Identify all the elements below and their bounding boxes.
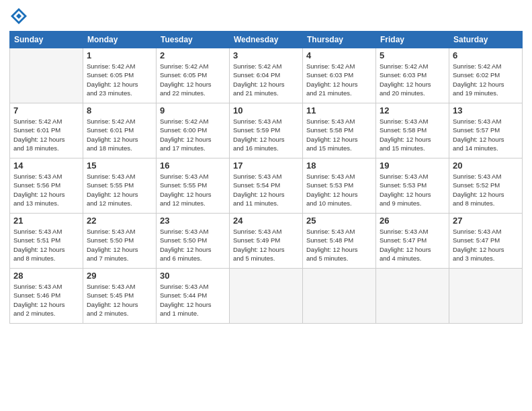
day-info: Sunrise: 5:43 AMSunset: 5:48 PMDaylight:… [306,227,372,263]
day-info: Sunrise: 5:43 AMSunset: 5:53 PMDaylight:… [380,172,445,208]
calendar-cell: 4Sunrise: 5:42 AMSunset: 6:03 PMDaylight… [303,48,376,103]
day-number: 19 [380,161,445,171]
day-number: 24 [233,216,299,226]
day-info: Sunrise: 5:43 AMSunset: 5:46 PMDaylight:… [13,282,79,318]
day-info: Sunrise: 5:43 AMSunset: 5:54 PMDaylight:… [233,172,299,208]
day-info: Sunrise: 5:43 AMSunset: 5:53 PMDaylight:… [306,172,372,208]
day-number: 13 [453,105,519,116]
day-info: Sunrise: 5:43 AMSunset: 5:59 PMDaylight:… [233,117,299,152]
day-number: 16 [160,161,226,171]
calendar-week-4: 21Sunrise: 5:43 AMSunset: 5:51 PMDayligh… [10,214,523,269]
day-info: Sunrise: 5:43 AMSunset: 5:55 PMDaylight:… [87,172,152,208]
day-number: 26 [380,216,445,226]
day-info: Sunrise: 5:43 AMSunset: 5:52 PMDaylight:… [453,172,519,208]
calendar-cell [230,269,303,324]
weekday-header-saturday: Saturday [449,32,523,48]
day-info: Sunrise: 5:43 AMSunset: 5:44 PMDaylight:… [160,282,226,318]
day-number: 5 [380,50,445,60]
calendar-week-5: 28Sunrise: 5:43 AMSunset: 5:46 PMDayligh… [10,269,523,324]
calendar-cell: 29Sunrise: 5:43 AMSunset: 5:45 PMDayligh… [83,269,157,324]
calendar-cell: 28Sunrise: 5:43 AMSunset: 5:46 PMDayligh… [10,269,83,324]
calendar-cell: 26Sunrise: 5:43 AMSunset: 5:47 PMDayligh… [376,214,449,269]
calendar-cell [303,269,376,324]
weekday-header-wednesday: Wednesday [230,32,303,48]
weekday-header-row: SundayMondayTuesdayWednesdayThursdayFrid… [10,32,523,48]
day-info: Sunrise: 5:43 AMSunset: 5:58 PMDaylight:… [380,117,445,152]
calendar-cell: 23Sunrise: 5:43 AMSunset: 5:50 PMDayligh… [157,214,230,269]
day-number: 21 [13,216,79,226]
day-info: Sunrise: 5:42 AMSunset: 6:05 PMDaylight:… [160,62,226,97]
weekday-header-monday: Monday [83,32,157,48]
calendar-cell [10,48,83,103]
day-info: Sunrise: 5:43 AMSunset: 5:56 PMDaylight:… [13,172,79,208]
day-number: 7 [13,105,79,116]
page: SundayMondayTuesdayWednesdayThursdayFrid… [0,0,532,411]
calendar-cell [449,269,523,324]
day-number: 28 [13,271,79,281]
calendar-week-2: 7Sunrise: 5:42 AMSunset: 6:01 PMDaylight… [10,103,523,158]
header [9,7,523,26]
day-info: Sunrise: 5:43 AMSunset: 5:49 PMDaylight:… [233,227,299,263]
calendar-cell: 9Sunrise: 5:42 AMSunset: 6:00 PMDaylight… [157,103,230,158]
day-info: Sunrise: 5:43 AMSunset: 5:50 PMDaylight:… [87,227,152,263]
day-number: 4 [306,50,372,60]
calendar-cell: 17Sunrise: 5:43 AMSunset: 5:54 PMDayligh… [230,158,303,214]
calendar-cell: 18Sunrise: 5:43 AMSunset: 5:53 PMDayligh… [303,158,376,214]
day-info: Sunrise: 5:42 AMSunset: 6:01 PMDaylight:… [13,117,79,152]
calendar-cell: 1Sunrise: 5:42 AMSunset: 6:05 PMDaylight… [83,48,157,103]
calendar-cell: 5Sunrise: 5:42 AMSunset: 6:03 PMDaylight… [376,48,449,103]
day-info: Sunrise: 5:43 AMSunset: 5:55 PMDaylight:… [160,172,226,208]
day-info: Sunrise: 5:42 AMSunset: 6:03 PMDaylight:… [380,62,445,97]
weekday-header-thursday: Thursday [303,32,376,48]
calendar-cell: 30Sunrise: 5:43 AMSunset: 5:44 PMDayligh… [157,269,230,324]
day-number: 18 [306,161,372,171]
calendar-cell: 13Sunrise: 5:43 AMSunset: 5:57 PMDayligh… [449,103,523,158]
calendar-cell: 16Sunrise: 5:43 AMSunset: 5:55 PMDayligh… [157,158,230,214]
day-number: 25 [306,216,372,226]
day-info: Sunrise: 5:42 AMSunset: 6:05 PMDaylight:… [87,62,152,97]
day-number: 6 [453,50,519,60]
day-info: Sunrise: 5:43 AMSunset: 5:47 PMDaylight:… [380,227,445,263]
calendar-cell: 19Sunrise: 5:43 AMSunset: 5:53 PMDayligh… [376,158,449,214]
weekday-header-friday: Friday [376,32,449,48]
day-info: Sunrise: 5:42 AMSunset: 6:03 PMDaylight:… [306,62,372,97]
calendar-cell: 12Sunrise: 5:43 AMSunset: 5:58 PMDayligh… [376,103,449,158]
day-number: 2 [160,50,226,60]
calendar-table: SundayMondayTuesdayWednesdayThursdayFrid… [9,31,523,324]
day-number: 8 [87,105,152,116]
day-number: 15 [87,161,152,171]
calendar-cell: 6Sunrise: 5:42 AMSunset: 6:02 PMDaylight… [449,48,523,103]
day-info: Sunrise: 5:42 AMSunset: 6:04 PMDaylight:… [233,62,299,97]
day-number: 11 [306,105,372,116]
calendar-cell: 11Sunrise: 5:43 AMSunset: 5:58 PMDayligh… [303,103,376,158]
day-info: Sunrise: 5:43 AMSunset: 5:47 PMDaylight:… [453,227,519,263]
day-info: Sunrise: 5:42 AMSunset: 6:01 PMDaylight:… [87,117,152,152]
weekday-header-tuesday: Tuesday [157,32,230,48]
calendar-cell: 24Sunrise: 5:43 AMSunset: 5:49 PMDayligh… [230,214,303,269]
calendar-cell: 7Sunrise: 5:42 AMSunset: 6:01 PMDaylight… [10,103,83,158]
calendar-cell: 27Sunrise: 5:43 AMSunset: 5:47 PMDayligh… [449,214,523,269]
day-info: Sunrise: 5:42 AMSunset: 6:02 PMDaylight:… [453,62,519,97]
weekday-header-sunday: Sunday [10,32,83,48]
day-number: 3 [233,50,299,60]
day-info: Sunrise: 5:43 AMSunset: 5:51 PMDaylight:… [13,227,79,263]
logo [9,7,31,26]
calendar-cell: 14Sunrise: 5:43 AMSunset: 5:56 PMDayligh… [10,158,83,214]
calendar-cell [376,269,449,324]
calendar-cell: 22Sunrise: 5:43 AMSunset: 5:50 PMDayligh… [83,214,157,269]
calendar-cell: 15Sunrise: 5:43 AMSunset: 5:55 PMDayligh… [83,158,157,214]
day-number: 20 [453,161,519,171]
calendar-week-1: 1Sunrise: 5:42 AMSunset: 6:05 PMDaylight… [10,48,523,103]
day-info: Sunrise: 5:43 AMSunset: 5:45 PMDaylight:… [87,282,152,318]
day-number: 23 [160,216,226,226]
day-number: 14 [13,161,79,171]
day-info: Sunrise: 5:42 AMSunset: 6:00 PMDaylight:… [160,117,226,152]
calendar-cell: 21Sunrise: 5:43 AMSunset: 5:51 PMDayligh… [10,214,83,269]
calendar-week-3: 14Sunrise: 5:43 AMSunset: 5:56 PMDayligh… [10,158,523,214]
day-info: Sunrise: 5:43 AMSunset: 5:57 PMDaylight:… [453,117,519,152]
calendar-cell: 10Sunrise: 5:43 AMSunset: 5:59 PMDayligh… [230,103,303,158]
calendar-cell: 20Sunrise: 5:43 AMSunset: 5:52 PMDayligh… [449,158,523,214]
day-number: 12 [380,105,445,116]
day-number: 10 [233,105,299,116]
calendar-cell: 25Sunrise: 5:43 AMSunset: 5:48 PMDayligh… [303,214,376,269]
